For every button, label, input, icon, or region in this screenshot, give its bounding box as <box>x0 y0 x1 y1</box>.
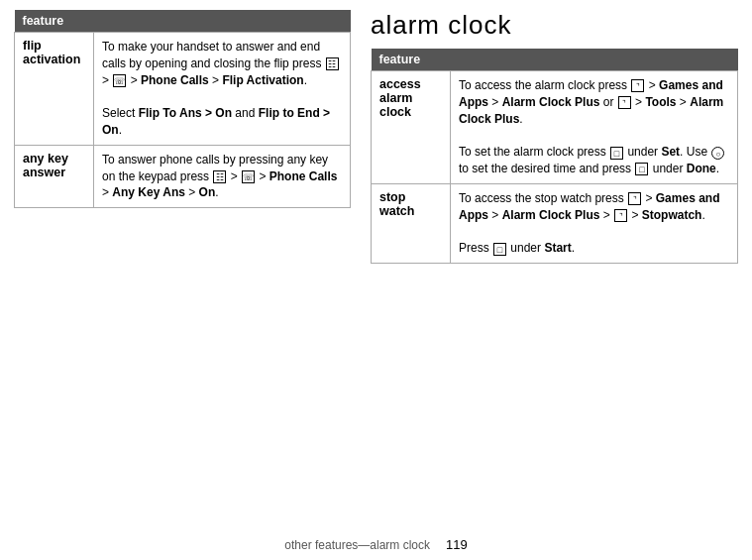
grid-icon: ⌝ <box>628 192 641 205</box>
grid-icon: ⌝ <box>631 79 644 92</box>
left-section: feature flip activation To make your han… <box>14 10 351 529</box>
table-row: any key answer To answer phone calls by … <box>15 145 351 207</box>
footer-text: other features—alarm clock <box>284 538 430 552</box>
feature-text: access alarm clock <box>379 77 421 119</box>
feature-desc: To access the stop watch press ⌝ > Games… <box>451 183 738 263</box>
bold-text: Alarm Clock Plus <box>502 95 600 109</box>
right-table-header: feature <box>372 49 738 71</box>
table-row: flip activation To make your handset to … <box>15 33 351 146</box>
table-row: stop watch To access the stop watch pres… <box>372 183 738 263</box>
bold-text: Set <box>661 145 680 159</box>
menu-icon: ☷ <box>326 57 339 70</box>
feature-desc: To access the alarm clock press ⌝ > Game… <box>451 71 738 184</box>
select-icon: □ <box>635 163 648 175</box>
feature-label: access alarm clock <box>372 71 451 184</box>
feature-label: stop watch <box>372 183 451 263</box>
menu-icon: ☷ <box>213 170 226 183</box>
feature-text: stop watch <box>379 190 414 218</box>
feature-label: any key answer <box>15 145 94 207</box>
feature-text: flip activation <box>23 39 80 66</box>
footer: other features—alarm clock 119 <box>0 529 752 560</box>
select-icon: □ <box>493 243 506 256</box>
grid-icon: ⌝ <box>618 96 631 109</box>
bold-text: On <box>199 185 216 199</box>
bold-text: Stopwatch <box>642 208 702 222</box>
bold-text: Any Key Ans <box>112 185 185 199</box>
left-table-header: feature <box>15 10 351 33</box>
bold-text: Done <box>687 162 716 175</box>
feature-label: flip activation <box>15 33 94 146</box>
bold-text: Flip To Ans > On <box>139 106 232 120</box>
table-row: access alarm clock To access the alarm c… <box>372 71 738 184</box>
footer-page-number: 119 <box>446 537 468 552</box>
right-section: alarm clock feature access alarm clock T… <box>371 10 738 529</box>
feature-desc: To make your handset to answer and end c… <box>94 33 351 146</box>
bold-text: Start <box>544 241 571 255</box>
feature-text: any key answer <box>23 152 68 179</box>
nav-circle-icon: ○ <box>711 147 724 160</box>
bold-text: Tools <box>645 95 676 109</box>
left-table: feature flip activation To make your han… <box>14 10 351 208</box>
bold-text: Flip Activation <box>222 73 303 87</box>
content-area: feature flip activation To make your han… <box>0 0 752 529</box>
feature-desc: To answer phone calls by pressing any ke… <box>94 145 351 207</box>
grid-icon: ⌝ <box>614 209 627 222</box>
bold-text: Phone Calls <box>269 169 338 183</box>
bold-text: Alarm Clock Plus <box>502 208 600 222</box>
phone-icon: ☏ <box>113 74 126 87</box>
right-table: feature access alarm clock To access the… <box>371 49 738 264</box>
bold-text: Phone Calls <box>141 73 209 87</box>
phone-icon: ☏ <box>242 170 255 183</box>
page-title: alarm clock <box>371 10 738 41</box>
select-icon: □ <box>610 147 623 160</box>
page-wrapper: feature flip activation To make your han… <box>0 0 752 560</box>
